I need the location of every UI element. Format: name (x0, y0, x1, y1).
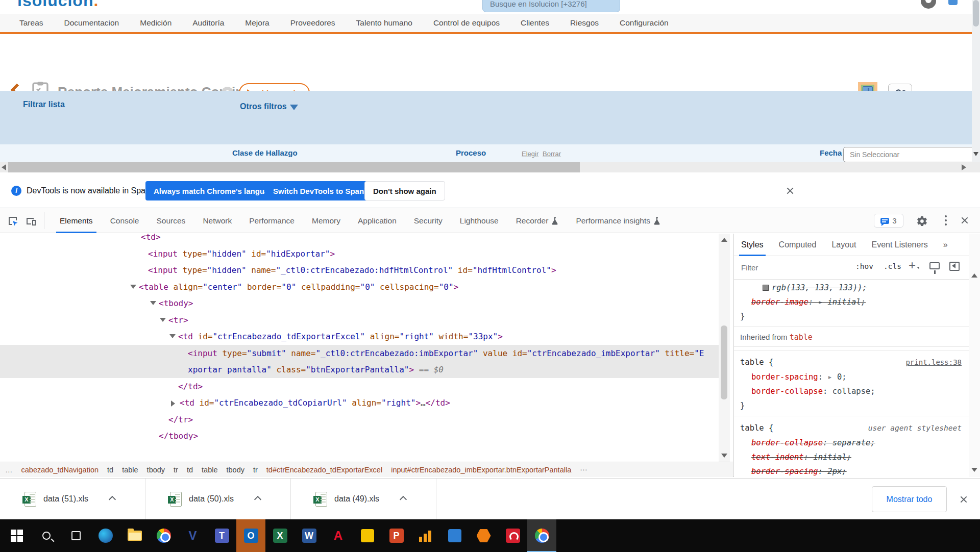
taskbar-chrome-pinned-icon[interactable] (149, 519, 178, 552)
styles-tab-[interactable]: » (943, 234, 948, 256)
download-menu-chevron-icon[interactable] (254, 496, 261, 503)
scroll-down-arrow[interactable] (973, 152, 978, 156)
new-style-rule-icon[interactable]: + (909, 258, 916, 272)
css-declaration[interactable]: } (734, 309, 969, 323)
devtools-menu-kebab-icon[interactable] (945, 215, 947, 227)
devtools-close-icon[interactable] (961, 216, 969, 224)
download-menu-chevron-icon[interactable] (109, 496, 116, 503)
download-chip-data-49-xls[interactable]: data (49).xls (291, 479, 436, 520)
scroll-up-arrow[interactable] (971, 273, 977, 278)
hover-state-toggle[interactable]: :hov (855, 262, 873, 270)
nav-item-documentacion[interactable]: Documentacion (64, 18, 119, 28)
devtools-tab-performance-insights[interactable]: Performance insights (567, 208, 669, 233)
dom-tree-node[interactable]: <input type="submit" name="_ctl0:ctrEnca… (0, 345, 719, 362)
css-declaration[interactable]: border-collapse: collapse; (734, 384, 969, 398)
color-swatch-icon[interactable] (763, 285, 769, 291)
expand-down-icon[interactable] (130, 285, 136, 289)
dom-tree-node[interactable]: </tbody> (0, 428, 719, 444)
dom-tree-node[interactable]: </td> (0, 378, 719, 395)
breadcrumb-item[interactable]: tbody (227, 466, 244, 474)
elements-tree-panel[interactable]: ··· <td><input type="hidden" id="hidExpo… (0, 234, 719, 462)
fecha-dropdown[interactable]: Sin Seleccionar (843, 147, 976, 162)
styles-tab-styles[interactable]: Styles (741, 234, 764, 256)
global-search-input[interactable]: Busque en Isolucion [+3276] (482, 0, 620, 12)
scrollbar-thumb[interactable] (973, 0, 979, 27)
borrar-link[interactable]: Borrar (543, 150, 561, 158)
elements-scrollbar[interactable] (719, 234, 730, 462)
css-declaration[interactable]: border-spacing: 2px; (734, 464, 969, 477)
devtools-tab-console[interactable]: Console (102, 208, 148, 233)
nav-item-riesgos[interactable]: Riesgos (570, 18, 599, 28)
breadcrumb-item[interactable]: cabezado_tdNavigation (21, 466, 99, 474)
scrollbar-thumb[interactable] (721, 325, 727, 399)
issues-counter-button[interactable]: 3 (874, 214, 903, 228)
css-declaration[interactable]: border-collapse: separate; (734, 436, 969, 450)
taskbar-blue-app-icon[interactable] (440, 519, 469, 552)
taskbar-chrome-active-icon[interactable] (527, 519, 556, 552)
breadcrumb-item[interactable]: … (5, 466, 13, 474)
breadcrumb-item[interactable]: tbody (147, 466, 165, 474)
scroll-left-arrow[interactable] (2, 164, 6, 170)
dom-tree-node[interactable]: <td id="ctrEncabezado_tdCopiarUrl" align… (0, 394, 719, 411)
breadcrumb-item[interactable]: input#ctrEncabezado_imbExportar.btnExpor… (391, 466, 571, 474)
devtools-tab-network[interactable]: Network (194, 208, 240, 233)
taskbar-yellow-app-icon[interactable] (353, 519, 382, 552)
dom-tree-node[interactable]: <table align="center" border="0" cellpad… (0, 279, 719, 295)
breadcrumb-item[interactable]: td#ctrEncabezado_tdExportarExcel (266, 466, 382, 474)
devtools-tab-security[interactable]: Security (405, 208, 451, 233)
nav-item-proveedores[interactable]: Proveedores (290, 18, 335, 28)
scroll-up-arrow[interactable] (721, 238, 727, 242)
css-declaration[interactable]: } (734, 398, 969, 413)
breadcrumb-item[interactable]: table (122, 466, 138, 474)
device-toolbar-icon[interactable] (24, 214, 38, 228)
styles-filter-input[interactable] (739, 260, 844, 275)
devtools-tab-lighthouse[interactable]: Lighthouse (451, 208, 507, 233)
devtools-tab-performance[interactable]: Performance (240, 208, 303, 233)
download-menu-chevron-icon[interactable] (400, 496, 407, 503)
class-toggle[interactable]: .cls (884, 262, 901, 270)
dom-tree-node[interactable]: <tbody> (0, 295, 719, 312)
breadcrumb-item[interactable]: table (202, 466, 217, 474)
devtools-tab-elements[interactable]: Elements (51, 208, 102, 233)
taskbar-outlook-icon[interactable]: O (236, 519, 265, 552)
taskbar-start-icon[interactable] (2, 519, 31, 552)
taskbar-teams-icon[interactable]: T (207, 519, 236, 552)
taskbar-file-explorer-icon[interactable] (120, 519, 149, 552)
css-declaration[interactable]: border-image: ▸ initial; (734, 295, 969, 309)
devtools-tab-memory[interactable]: Memory (303, 208, 349, 233)
dom-tree-node[interactable]: </tr> (0, 411, 719, 428)
devtools-tab-recorder[interactable]: Recorder (507, 208, 568, 233)
nav-item-auditor-a[interactable]: Auditoría (192, 18, 224, 28)
elegir-link[interactable]: Elegir (522, 150, 538, 158)
dom-tree-node[interactable]: xportar pantalla" class="btnExportarPant… (0, 361, 719, 378)
infobar-close-icon[interactable] (786, 187, 794, 195)
dom-tree-node[interactable]: <input type="hidden" id="hidExportar"> (0, 245, 719, 262)
scroll-right-arrow[interactable] (962, 164, 966, 170)
taskbar-acrobat-a-icon[interactable]: A (324, 519, 353, 552)
expand-down-icon[interactable] (169, 334, 176, 338)
expand-down-icon[interactable] (150, 301, 156, 305)
taskbar-visio-icon[interactable]: V (178, 519, 207, 552)
nav-item-medici-n[interactable]: Medición (140, 18, 172, 28)
vertical-scrollbar[interactable] (972, 0, 980, 162)
downloads-close-icon[interactable] (960, 495, 968, 504)
styles-tab-event-listeners[interactable]: Event Listeners (871, 234, 927, 256)
taskbar-task-view-icon[interactable] (61, 519, 90, 552)
download-chip-data-50-xls[interactable]: data (50).xls (145, 479, 291, 520)
css-selector[interactable]: table { (740, 420, 773, 436)
taskbar-hexagon-app-icon[interactable] (469, 519, 498, 552)
taskbar-excel-icon[interactable]: X (265, 519, 295, 552)
dom-tree-node[interactable]: <td id="ctrEncabezado_tdExportarExcel" a… (0, 328, 719, 345)
styles-scrollbar[interactable] (969, 234, 980, 477)
taskbar-chart-app-icon[interactable] (411, 519, 440, 552)
nav-item-mejora[interactable]: Mejora (245, 18, 269, 28)
devtools-tab-application[interactable]: Application (349, 208, 405, 233)
dont-show-again-button[interactable]: Don't show again (364, 181, 445, 200)
styles-rules-list[interactable]: rgb(133, 133, 133));border-image: ▸ init… (734, 281, 969, 477)
css-declaration[interactable]: border-spacing: ▸ 0; (734, 370, 969, 384)
taskbar-search-icon[interactable] (32, 519, 61, 552)
settings-gear-icon[interactable] (915, 214, 928, 228)
horizontal-scrollbar[interactable] (0, 162, 980, 172)
show-all-downloads-button[interactable]: Mostrar todo (872, 486, 947, 512)
styles-tab-layout[interactable]: Layout (831, 234, 856, 256)
